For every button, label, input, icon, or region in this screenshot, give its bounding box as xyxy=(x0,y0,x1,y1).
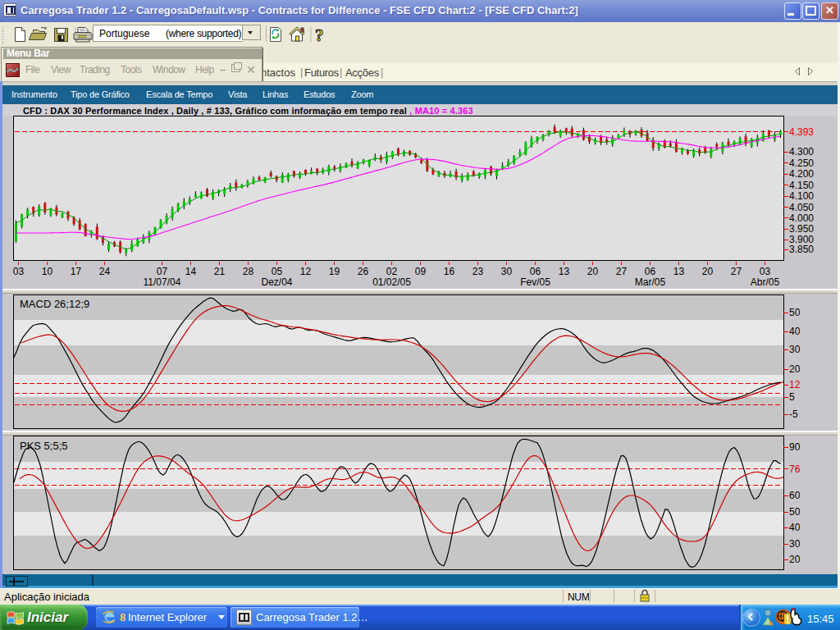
svg-text:-5: -5 xyxy=(789,409,798,420)
svg-text:4.000: 4.000 xyxy=(789,212,814,224)
svg-text:24: 24 xyxy=(99,266,111,277)
svg-text:4.150: 4.150 xyxy=(789,180,814,191)
svg-text:90: 90 xyxy=(789,441,801,453)
svg-text:12: 12 xyxy=(789,379,801,390)
svg-text:13: 13 xyxy=(559,266,570,277)
svg-text:14: 14 xyxy=(185,266,197,277)
svg-text:Mar/05: Mar/05 xyxy=(635,276,666,288)
svg-text:50: 50 xyxy=(789,307,801,318)
svg-text:12: 12 xyxy=(300,266,312,277)
svg-text:07: 07 xyxy=(157,266,168,277)
svg-text:09: 09 xyxy=(415,266,427,277)
svg-text:Dez/04: Dez/04 xyxy=(261,276,292,288)
svg-text:20: 20 xyxy=(789,363,801,375)
svg-text:Abr/05: Abr/05 xyxy=(751,276,780,288)
svg-text:28: 28 xyxy=(243,266,254,277)
svg-text:03: 03 xyxy=(760,266,771,277)
svg-text:01/02/05: 01/02/05 xyxy=(372,276,411,288)
svg-text:30: 30 xyxy=(789,344,801,355)
svg-text:06: 06 xyxy=(645,266,656,277)
svg-text:3.950: 3.950 xyxy=(789,223,814,235)
svg-text:4.393: 4.393 xyxy=(789,126,814,138)
svg-text:21: 21 xyxy=(214,266,226,277)
svg-text:05: 05 xyxy=(272,266,283,277)
svg-text:26: 26 xyxy=(358,266,369,277)
svg-text:02: 02 xyxy=(386,266,398,277)
svg-text:20: 20 xyxy=(587,266,599,277)
svg-text:27: 27 xyxy=(731,266,742,277)
svg-text:50: 50 xyxy=(789,506,801,518)
svg-text:13: 13 xyxy=(673,266,685,277)
svg-text:Fev/05: Fev/05 xyxy=(520,276,550,288)
svg-text:60: 60 xyxy=(789,490,801,501)
svg-text:27: 27 xyxy=(616,266,628,277)
svg-text:MACD 26;12;9: MACD 26;12;9 xyxy=(20,298,89,310)
svg-text:4.100: 4.100 xyxy=(789,190,814,202)
svg-text:20: 20 xyxy=(702,266,714,277)
svg-text:PKS 5;5;5: PKS 5;5;5 xyxy=(20,440,68,452)
svg-text:4.300: 4.300 xyxy=(789,146,814,158)
svg-text:03: 03 xyxy=(13,266,25,277)
svg-text:10: 10 xyxy=(42,266,53,277)
svg-text:19: 19 xyxy=(329,266,340,277)
svg-text:11/07/04: 11/07/04 xyxy=(144,276,181,288)
svg-text:5: 5 xyxy=(789,391,795,403)
svg-text:20: 20 xyxy=(789,554,801,565)
svg-text:17: 17 xyxy=(71,266,82,277)
svg-text:76: 76 xyxy=(789,463,801,475)
svg-text:16: 16 xyxy=(444,266,455,277)
svg-text:4.200: 4.200 xyxy=(789,168,814,180)
svg-text:30: 30 xyxy=(789,538,801,550)
svg-text:23: 23 xyxy=(472,266,484,277)
svg-text:40: 40 xyxy=(789,522,801,533)
svg-text:4.250: 4.250 xyxy=(789,158,814,169)
svg-text:30: 30 xyxy=(501,266,513,277)
svg-text:3.850: 3.850 xyxy=(789,244,814,255)
svg-text:06: 06 xyxy=(530,266,541,277)
svg-text:4.050: 4.050 xyxy=(789,202,814,213)
svg-text:40: 40 xyxy=(789,326,801,337)
